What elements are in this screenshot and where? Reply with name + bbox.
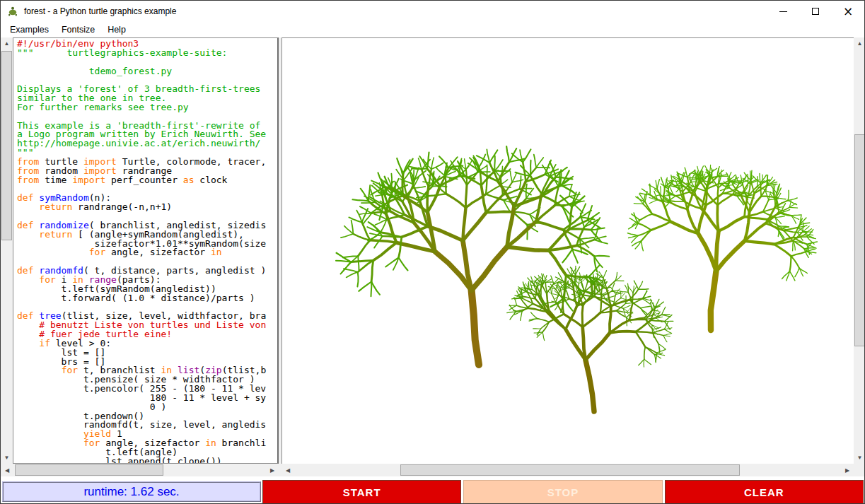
code-vscrollbar[interactable]: ▲ ▼ [1,37,13,464]
canvas-vscrollbar[interactable]: ▲ ▼ [854,37,865,464]
code-hscroll-track[interactable] [13,464,266,476]
canvas-hscrollbar[interactable]: ◀ ▶ [281,464,854,476]
scroll-up-icon[interactable]: ▲ [854,37,865,49]
runtime-label: runtime: 1.62 sec. [2,481,261,502]
start-button[interactable]: START [262,480,461,504]
scroll-right-icon[interactable]: ▶ [841,464,854,476]
code-area[interactable]: #!/usr/bin/env python3""" turtlegraphics… [13,37,279,464]
code-hscrollbar[interactable]: ◀ ▶ [1,464,279,476]
bottombar: runtime: 1.62 sec. START STOP CLEAR [1,476,864,504]
window-controls: × [767,1,864,22]
control-buttons: START STOP CLEAR [262,480,864,504]
titlebar[interactable]: forest - a Python turtle graphics exampl… [1,1,864,22]
canvas-hscroll-thumb[interactable] [400,464,740,476]
scroll-right-icon[interactable]: ▶ [266,464,279,476]
code-line: for angle, sizefactor in [17,248,277,257]
menu-examples[interactable]: Examples [4,23,55,36]
window-title: forest - a Python turtle graphics exampl… [24,6,176,16]
code-line: lst.append(t.clone()) [17,457,277,464]
scroll-down-icon[interactable]: ▼ [1,452,13,464]
code-vscroll-track[interactable] [1,49,13,452]
code-line: """ turtlegraphics-example-suite: [17,49,277,58]
menu-fontsize[interactable]: Fontsize [55,23,101,36]
scrollbar-corner [854,464,865,476]
code-hscroll-thumb[interactable] [15,464,163,476]
maximize-button[interactable] [799,1,832,22]
minimize-button[interactable] [767,1,799,22]
close-button[interactable]: × [832,1,864,22]
menubar: Examples Fontsize Help [1,22,864,37]
scroll-up-icon[interactable]: ▲ [1,37,13,49]
app-turtle-icon [7,6,18,17]
scroll-down-icon[interactable]: ▼ [854,452,865,464]
code-line: return randrange(-n,n+1) [17,203,277,212]
turtle-canvas[interactable] [281,37,854,464]
code-line: For further remarks see tree.py [17,103,277,112]
canvas-vscroll-track[interactable] [854,49,865,452]
close-icon: × [843,6,853,18]
scroll-left-icon[interactable]: ◀ [281,464,294,476]
clear-button[interactable]: CLEAR [665,480,864,504]
stop-button[interactable]: STOP [463,480,662,504]
code-line: tdemo_forest.py [17,67,277,76]
minimize-icon [779,11,787,12]
forest-drawing [282,38,854,464]
app-window: forest - a Python turtle graphics exampl… [0,0,865,504]
code-line: http://homepage.univie.ac.at/erich.neuwi… [17,139,277,148]
canvas-vscroll-thumb[interactable] [854,134,865,346]
menu-help[interactable]: Help [101,23,132,36]
code-line: t.forward( (1.0 * distance)/parts ) [17,294,277,303]
scroll-left-icon[interactable]: ◀ [1,464,13,476]
canvas-hscroll-track[interactable] [294,464,841,476]
code-vscroll-thumb[interactable] [1,51,12,240]
maximize-icon [812,8,819,15]
code-line: from time import perf_counter as clock [17,176,277,185]
